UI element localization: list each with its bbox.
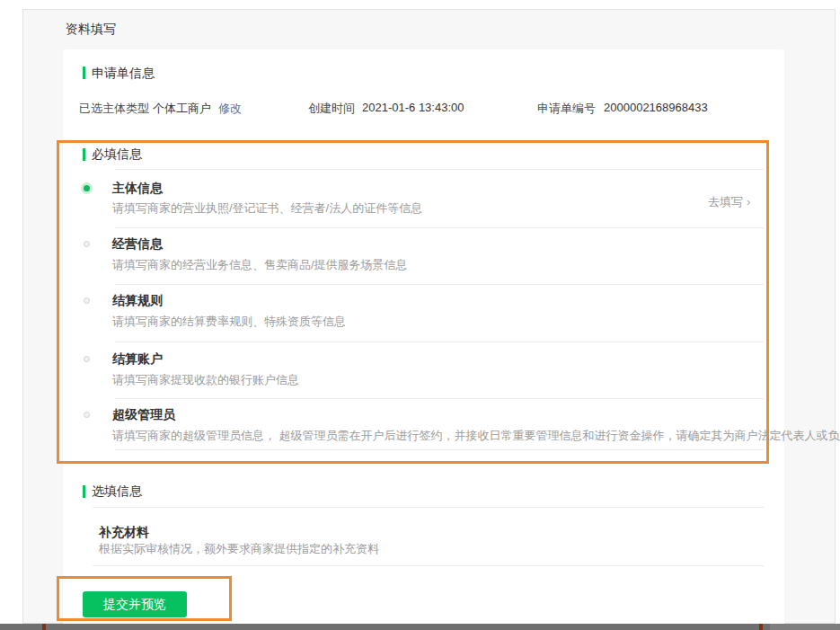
subject-type-value: 个体工商户 (153, 101, 211, 117)
page: 资料填写 申请单信息 已选主体类型 个体工商户 修改 创建时间 2021-01-… (0, 0, 840, 630)
form-card (63, 49, 784, 624)
item-title-settlement-rules: 结算规则 (112, 293, 163, 309)
radio-unselected-icon (84, 297, 90, 304)
page-title: 资料填写 (66, 22, 116, 38)
item-title-supplementary-materials: 补充材料 (99, 525, 149, 541)
bottom-edge-notch (42, 624, 46, 630)
created-time-value: 2021-01-6 13:43:00 (362, 101, 464, 114)
bottom-window-edge (0, 624, 840, 630)
application-number-label: 申请单编号 (537, 101, 596, 117)
item-desc: 请填写商家的经营业务信息、售卖商品/提供服务场景信息 (112, 257, 408, 273)
optional-section-title: 选填信息 (92, 484, 142, 500)
item-title-subject-info: 主体信息 (112, 181, 163, 197)
subject-type-label: 已选主体类型 (79, 101, 149, 117)
section-accent-bar (83, 67, 85, 79)
go-fill-label: 去填写 (708, 195, 743, 209)
divider (115, 227, 764, 228)
bottom-edge-light-segment (770, 624, 840, 630)
submit-preview-button[interactable]: 提交并预览 (83, 591, 187, 617)
divider (115, 449, 764, 450)
item-desc: 根据实际审核情况，额外要求商家提供指定的补充资料 (99, 541, 379, 557)
radio-selected-icon (81, 182, 93, 194)
divider (115, 342, 764, 342)
divider (93, 565, 764, 566)
required-section-title: 必填信息 (92, 146, 142, 163)
chevron-right-icon: › (747, 195, 750, 209)
section-accent-bar (83, 148, 85, 161)
item-desc: 请填写商家提现收款的银行账户信息 (112, 372, 299, 388)
created-time-label: 创建时间 (308, 101, 355, 117)
go-fill-link[interactable]: 去填写› (708, 194, 750, 210)
application-info-section-title: 申请单信息 (92, 66, 155, 82)
application-number-value: 2000002168968433 (604, 101, 708, 114)
radio-unselected-icon (84, 241, 90, 247)
divider (115, 398, 764, 399)
divider (93, 507, 764, 508)
modify-link[interactable]: 修改 (218, 101, 242, 117)
item-desc: 请填写商家的超级管理员信息， 超级管理员需在开户后进行签约，并接收日常重要管理信… (112, 428, 840, 444)
item-title-settlement-account: 结算账户 (112, 351, 163, 368)
radio-dot-icon (84, 185, 90, 191)
radio-unselected-icon (84, 412, 90, 418)
bottom-edge-notch (759, 624, 763, 630)
item-desc: 请填写商家的营业执照/登记证书、经营者/法人的证件等信息 (112, 200, 422, 217)
item-title-business-info: 经营信息 (112, 236, 163, 253)
radio-unselected-icon (84, 356, 90, 362)
item-desc: 请填写商家的结算费率规则、特殊资质等信息 (112, 314, 346, 330)
divider (115, 169, 764, 170)
divider (115, 284, 764, 285)
section-accent-bar (83, 485, 85, 498)
item-title-super-admin: 超级管理员 (112, 407, 175, 423)
